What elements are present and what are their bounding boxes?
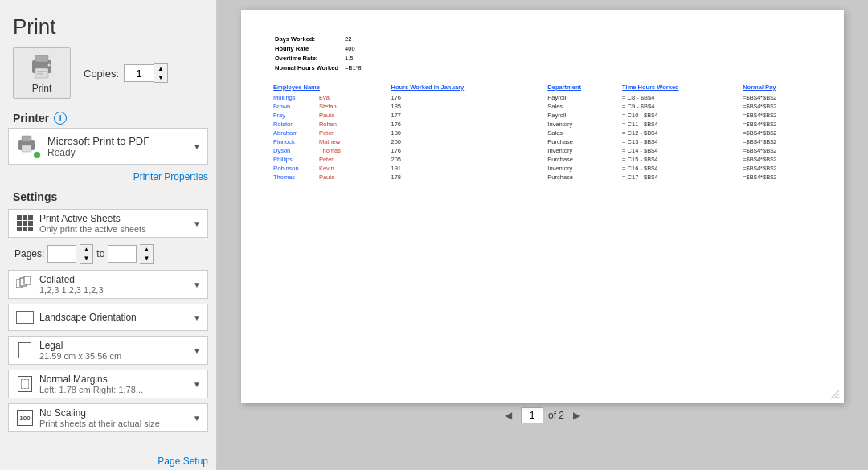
margins-icon xyxy=(15,374,35,394)
cell-overtime: = C8 - $B$4 xyxy=(616,93,722,102)
cell-lastname: Fray xyxy=(273,111,319,120)
svg-point-5 xyxy=(48,64,51,67)
collated-setting[interactable]: Collated 1,2,3 1,2,3 1,2,3 ▼ xyxy=(8,270,208,299)
pages-to-down[interactable]: ▼ xyxy=(140,254,153,263)
print-active-sheets-text: Print Active Sheets Only print the activ… xyxy=(39,213,188,234)
pages-to-spinner[interactable]: ▲ ▼ xyxy=(140,244,154,264)
printer-selector[interactable]: Microsoft Print to PDF Ready ▼ xyxy=(8,128,208,165)
pages-from-input[interactable] xyxy=(47,245,76,263)
printer-dropdown-arrow: ▼ xyxy=(193,142,201,151)
nav-page-input[interactable] xyxy=(521,407,543,423)
copies-input[interactable] xyxy=(124,64,154,82)
print-active-sheets-setting[interactable]: Print Active Sheets Only print the activ… xyxy=(8,209,208,238)
cell-normalpay: =$B$4*$B$2 xyxy=(727,173,812,182)
col-header-time: Time Hours Worked xyxy=(616,84,722,93)
nav-next-button[interactable]: ▶ xyxy=(569,408,583,423)
meta-value-4: =B1*8 xyxy=(345,64,366,72)
collated-arrow: ▼ xyxy=(193,280,201,289)
meta-label-1: Days Worked: xyxy=(275,35,343,43)
cell-dept: Inventory xyxy=(531,146,616,155)
copies-down[interactable]: ▼ xyxy=(154,73,167,82)
col-header-pay: Normal Pay xyxy=(727,84,812,93)
landscape-rect-icon xyxy=(16,311,34,324)
pages-from-spinner[interactable]: ▲ ▼ xyxy=(80,244,93,264)
cell-hours: 205 xyxy=(359,155,532,164)
svg-rect-11 xyxy=(24,276,31,284)
cell-normalpay: =$B$4*$B$2 xyxy=(727,93,812,102)
cell-lastname: Pinnock xyxy=(273,137,319,146)
cell-firstname: Paula xyxy=(319,111,359,120)
page-title: Print xyxy=(0,8,216,47)
paper-rect-icon xyxy=(18,342,31,358)
printer-info-icon[interactable]: i xyxy=(54,112,67,125)
table-row: ThomasPaula178Purchase= C17 - $B$4=$B$4*… xyxy=(273,173,812,182)
copies-spinner[interactable]: ▲ ▼ xyxy=(154,63,168,83)
print-button[interactable]: Print xyxy=(13,47,71,99)
collated-text: Collated 1,2,3 1,2,3 1,2,3 xyxy=(39,274,188,295)
cell-hours: 178 xyxy=(359,173,532,182)
page-setup-link[interactable]: Page Setup xyxy=(0,452,216,470)
printer-properties-link[interactable]: Printer Properties xyxy=(0,171,216,187)
page-navigation: ◀ of 2 ▶ xyxy=(502,403,583,423)
cell-hours: 176 xyxy=(359,120,532,129)
orientation-text: Landscape Orientation xyxy=(39,312,188,323)
cell-hours: 185 xyxy=(359,102,532,111)
svg-rect-4 xyxy=(37,73,43,75)
meta-value-1: 22 xyxy=(345,35,366,43)
cell-overtime: = C13 - $B$4 xyxy=(616,137,722,146)
svg-line-14 xyxy=(837,397,839,398)
pages-to-up[interactable]: ▲ xyxy=(140,245,153,254)
copies-up[interactable]: ▲ xyxy=(154,64,167,73)
nav-prev-button[interactable]: ◀ xyxy=(502,408,516,423)
meta-value-2: 400 xyxy=(345,45,366,53)
cell-overtime: = C17 - $B$4 xyxy=(616,173,722,182)
cell-dept: Purchase xyxy=(531,137,616,146)
cell-firstname: Thomas xyxy=(319,146,359,155)
table-row: PinnockMathew200Purchase= C13 - $B$4=$B$… xyxy=(273,137,812,146)
cell-normalpay: =$B$4*$B$2 xyxy=(727,146,812,155)
pages-from-down[interactable]: ▼ xyxy=(80,254,92,263)
cell-overtime: = C10 - $B$4 xyxy=(616,111,722,120)
table-row: PhillipsPeter205Purchase= C15 - $B$4=$B$… xyxy=(273,155,812,164)
cell-lastname: Thomas xyxy=(273,173,319,182)
cell-hours: 176 xyxy=(359,93,532,102)
cell-hours: 177 xyxy=(359,111,532,120)
cell-dept: Sales xyxy=(531,129,616,137)
margins-setting[interactable]: Normal Margins Left: 1.78 cm Right: 1.78… xyxy=(8,370,208,398)
cell-normalpay: =$B$4*$B$2 xyxy=(727,120,812,129)
preview-page: Days Worked: 22 Hourly Rate 400 Overtime… xyxy=(241,10,844,403)
meta-label-2: Hourly Rate xyxy=(275,45,343,53)
table-row: BrownStefan185Sales= C9 - $B$4=$B$4*$B$2 xyxy=(273,102,812,111)
cell-dept: Sales xyxy=(531,102,616,111)
cell-firstname: Peter xyxy=(319,129,359,137)
printer-status-icon xyxy=(15,133,41,159)
printer-section-label: Printer xyxy=(13,112,49,125)
cell-normalpay: =$B$4*$B$2 xyxy=(727,111,812,120)
cell-lastname: Rolston xyxy=(273,120,319,129)
cell-firstname: Stefan xyxy=(319,102,359,111)
table-row: RolstonRohan176Inventory= C11 - $B$4=$B$… xyxy=(273,120,812,129)
pages-to-label: to xyxy=(96,248,104,260)
margins-arrow: ▼ xyxy=(193,380,201,389)
meta-value-3: 1.5 xyxy=(345,55,366,63)
cell-dept: Purchase xyxy=(531,173,616,182)
cell-lastname: Brown xyxy=(273,102,319,111)
cell-hours: 176 xyxy=(359,146,532,155)
orientation-setting[interactable]: Landscape Orientation ▼ xyxy=(8,304,208,331)
cell-firstname: Mathew xyxy=(319,137,359,146)
collated-sub: 1,2,3 1,2,3 1,2,3 xyxy=(39,285,188,295)
table-row: RobinsonKevin191Inventory= C16 - $B$4=$B… xyxy=(273,164,812,173)
cell-firstname: Paula xyxy=(319,173,359,182)
scaling-setting[interactable]: 100 No Scaling Print sheets at their act… xyxy=(8,403,208,432)
paper-size-setting[interactable]: Legal 21.59 cm x 35.56 cm ▼ xyxy=(8,336,208,365)
left-panel: Print Print Copies: xyxy=(0,0,217,470)
pages-row: Pages: ▲ ▼ to ▲ ▼ xyxy=(8,243,208,265)
cell-overtime: = C12 - $B$4 xyxy=(616,129,722,137)
print-active-sheets-arrow: ▼ xyxy=(193,219,201,228)
printer-name: Microsoft Print to PDF xyxy=(47,135,186,147)
pages-from-up[interactable]: ▲ xyxy=(80,245,92,254)
cell-lastname: Mullings xyxy=(273,93,319,102)
cell-lastname: Phillips xyxy=(273,155,319,164)
pages-to-input[interactable] xyxy=(108,245,137,263)
printer-info: Microsoft Print to PDF Ready xyxy=(47,135,186,158)
